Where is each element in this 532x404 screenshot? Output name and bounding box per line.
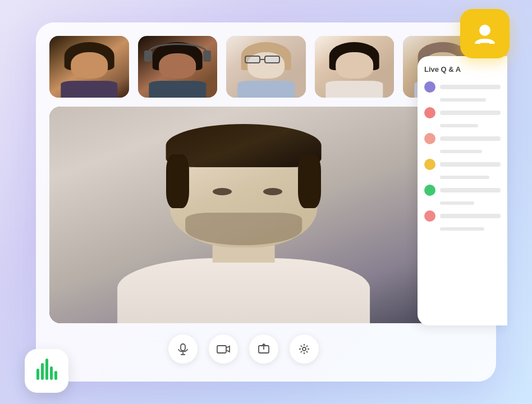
participant-2[interactable]: [138, 36, 218, 98]
qa-title: Live Q & A: [424, 65, 501, 74]
camera-button[interactable]: [209, 334, 238, 364]
qa-line-5: [440, 188, 501, 192]
main-video: [49, 107, 438, 323]
qa-item-5: [424, 185, 501, 196]
qa-dot-5: [424, 185, 435, 196]
video-section: [49, 107, 438, 368]
svg-point-8: [302, 347, 306, 351]
qa-line-2: [440, 111, 501, 115]
qa-dot-6: [424, 210, 435, 222]
qa-panel: Live Q & A: [418, 56, 507, 325]
qa-dot-4: [424, 159, 435, 170]
audio-widget[interactable]: [25, 349, 68, 393]
controls-bar: [49, 330, 438, 368]
qa-item-6: [424, 210, 501, 222]
main-card: Live Q & A: [36, 22, 496, 382]
qa-item-1: [424, 81, 501, 93]
qa-item-2: [424, 107, 501, 118]
svg-point-0: [479, 25, 490, 36]
participant-3[interactable]: [226, 36, 306, 98]
participant-4[interactable]: [315, 36, 395, 98]
share-button[interactable]: [249, 334, 278, 364]
qa-dot-2: [424, 107, 435, 118]
qa-line-3: [440, 136, 501, 141]
qa-item-4: [424, 159, 501, 170]
qa-line-4: [440, 162, 501, 167]
svg-rect-2: [181, 344, 185, 351]
qa-dot-1: [424, 81, 435, 93]
qa-line-6: [440, 214, 501, 218]
user-icon-widget[interactable]: [460, 9, 510, 58]
qa-item-3: [424, 133, 501, 144]
svg-rect-5: [217, 346, 226, 353]
participant-1[interactable]: [49, 36, 129, 98]
settings-button[interactable]: [290, 334, 319, 364]
qa-dot-3: [424, 133, 435, 144]
user-icon: [473, 21, 497, 46]
qa-line-1: [440, 85, 501, 89]
mic-button[interactable]: [168, 334, 198, 364]
